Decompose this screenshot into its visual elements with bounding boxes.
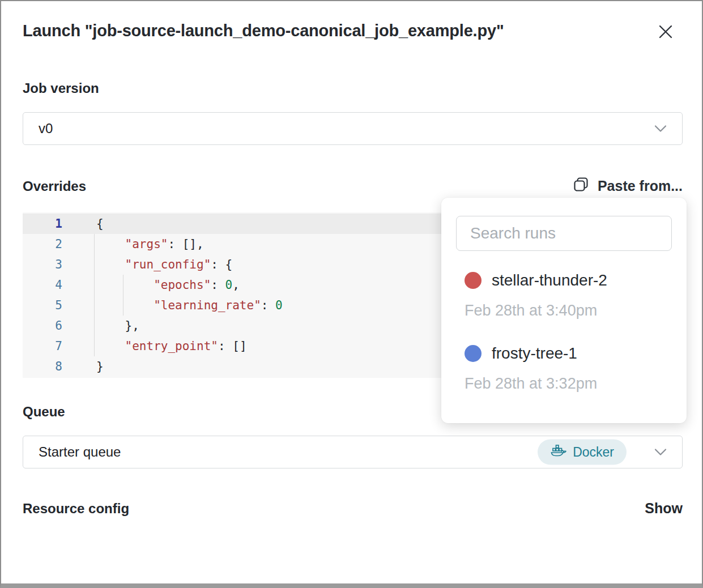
resource-config-row: Resource config Show [23, 500, 683, 517]
run-item[interactable]: frosty-tree-1Feb 28th at 3:32pm [465, 344, 672, 393]
copy-icon [572, 176, 590, 197]
job-version-select[interactable]: v0 [23, 112, 683, 145]
queue-value: Starter queue [39, 444, 121, 460]
paste-from-runs-popup: stellar-thunder-2Feb 28th at 3:40pmfrost… [441, 198, 687, 423]
indent-guide [94, 234, 95, 356]
line-number: 1 [23, 214, 76, 234]
chevron-down-icon [654, 125, 667, 133]
close-icon [657, 34, 675, 42]
line-number: 2 [23, 234, 76, 254]
chevron-down-icon [654, 448, 667, 457]
overrides-label: Overrides [23, 178, 86, 194]
run-name: stellar-thunder-2 [492, 271, 607, 289]
line-number: 8 [23, 356, 76, 377]
run-color-dot [465, 345, 482, 362]
line-number: 7 [23, 336, 76, 356]
line-number: 3 [23, 254, 76, 275]
resource-config-label: Resource config [23, 501, 129, 517]
run-date: Feb 28th at 3:40pm [465, 302, 672, 319]
search-runs-input[interactable] [456, 216, 672, 251]
dialog-title: Launch "job-source-launch_demo-canonical… [23, 22, 504, 40]
docker-whale-icon [550, 443, 567, 461]
run-date: Feb 28th at 3:32pm [465, 375, 672, 393]
docker-badge: Docker [538, 440, 627, 465]
resource-config-show-button[interactable]: Show [645, 500, 683, 517]
docker-badge-label: Docker [573, 445, 614, 460]
dialog-header: Launch "job-source-launch_demo-canonical… [23, 22, 683, 41]
run-name: frosty-tree-1 [492, 344, 577, 363]
line-number: 6 [23, 316, 76, 336]
launch-job-dialog: Launch "job-source-launch_demo-canonical… [0, 0, 703, 588]
paste-from-label: Paste from... [598, 178, 683, 194]
run-color-dot [465, 272, 482, 289]
queue-select[interactable]: Starter queue Docker [23, 436, 683, 468]
line-number: 5 [23, 295, 76, 316]
runs-list: stellar-thunder-2Feb 28th at 3:40pmfrost… [456, 271, 672, 393]
paste-from-button[interactable]: Paste from... [572, 176, 683, 197]
indent-guide [123, 275, 123, 316]
job-version-value: v0 [39, 121, 53, 137]
job-version-label: Job version [23, 80, 683, 96]
line-number: 4 [23, 275, 76, 295]
overrides-header: Overrides Paste from... [23, 176, 683, 197]
close-button[interactable] [657, 23, 675, 41]
run-item[interactable]: stellar-thunder-2Feb 28th at 3:40pm [465, 271, 672, 319]
